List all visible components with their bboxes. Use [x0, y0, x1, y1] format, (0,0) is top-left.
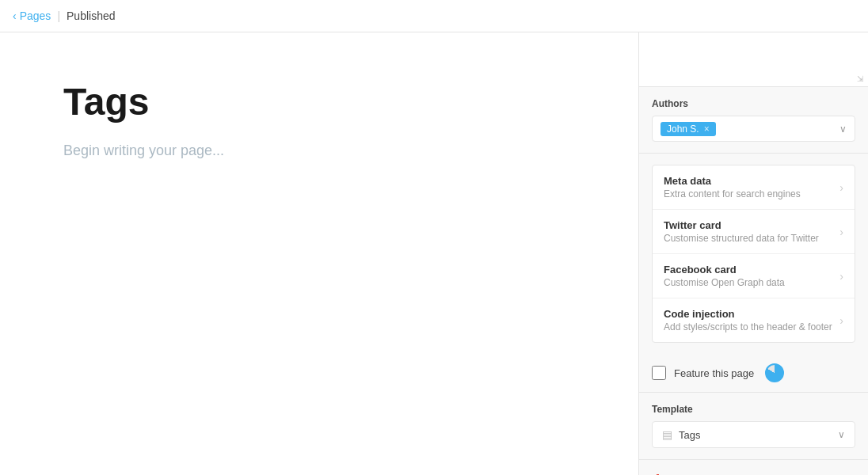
breadcrumb-status: Published [67, 10, 116, 22]
template-select[interactable]: ▤ Tags ∨ [652, 421, 855, 448]
code-injection-desc: Add styles/scripts to the header & foote… [664, 321, 832, 332]
excerpt-area: ⇲ [639, 32, 868, 87]
author-tag: John S. × [661, 121, 716, 136]
main-layout: Tags Begin writing your page... ⇲ Author… [0, 32, 868, 475]
right-sidebar: ⇲ Authors John S. × ∨ Meta data Extra co [638, 32, 868, 475]
twitter-card-chevron-icon: › [839, 226, 843, 238]
feature-label: Feature this page [674, 367, 754, 379]
top-bar: ‹ Pages | Published [0, 0, 868, 32]
page-title[interactable]: Tags [63, 80, 575, 124]
author-tag-remove[interactable]: × [704, 124, 710, 135]
template-value: Tags [679, 429, 700, 441]
code-injection-title: Code injection [664, 308, 832, 320]
meta-data-chevron-icon: › [839, 181, 843, 194]
template-chevron-down-icon: ∨ [838, 429, 845, 440]
authors-chevron-down-icon: ∨ [839, 124, 847, 135]
twitter-card-item[interactable]: Twitter card Customise structured data f… [653, 210, 855, 254]
facebook-card-chevron-icon: › [839, 270, 843, 283]
breadcrumb-separator: | [57, 10, 60, 22]
pages-link-label: Pages [20, 10, 51, 22]
author-tag-name: John S. [667, 124, 699, 135]
twitter-card-desc: Customise structured data for Twitter [664, 233, 819, 244]
template-label: Template [652, 404, 855, 415]
feature-loading-icon [765, 363, 784, 382]
template-file-icon: ▤ [662, 428, 672, 441]
resize-handle[interactable]: ⇲ [857, 75, 866, 85]
meta-data-item[interactable]: Meta data Extra content for search engin… [653, 165, 855, 210]
chevron-left-icon: ‹ [13, 10, 17, 22]
code-injection-item[interactable]: Code injection Add styles/scripts to the… [653, 298, 855, 342]
editor-area: Tags Begin writing your page... [0, 32, 638, 475]
pages-link[interactable]: ‹ Pages [13, 10, 51, 22]
meta-items-list: Meta data Extra content for search engin… [652, 165, 855, 343]
excerpt-textarea[interactable] [639, 32, 868, 86]
facebook-card-title: Facebook card [664, 264, 785, 276]
template-section: Template ▤ Tags ∨ [639, 393, 868, 460]
authors-label: Authors [652, 98, 855, 109]
code-injection-chevron-icon: › [839, 314, 843, 327]
meta-data-title: Meta data [664, 175, 801, 187]
facebook-card-item[interactable]: Facebook card Customise Open Graph data … [653, 254, 855, 298]
meta-data-desc: Extra content for search engines [664, 188, 801, 200]
authors-select[interactable]: John S. × ∨ [652, 116, 855, 142]
facebook-card-desc: Customise Open Graph data [664, 277, 785, 288]
feature-checkbox[interactable] [652, 366, 666, 380]
feature-section: Feature this page [639, 354, 868, 393]
twitter-card-title: Twitter card [664, 219, 819, 231]
delete-section: 🗑 Delete page [639, 460, 868, 475]
page-placeholder[interactable]: Begin writing your page... [63, 142, 575, 159]
authors-section: Authors John S. × ∨ [639, 87, 868, 154]
